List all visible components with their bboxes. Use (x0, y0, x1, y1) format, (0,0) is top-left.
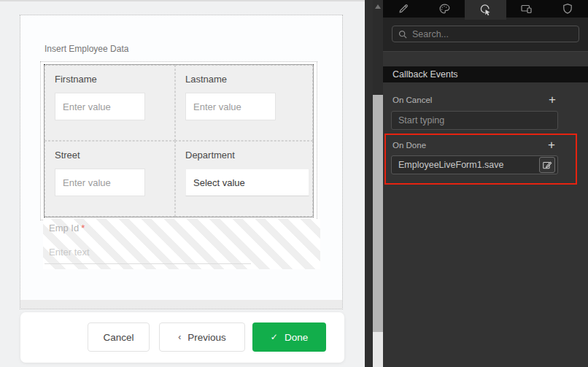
empid-input[interactable] (45, 241, 251, 264)
department-select[interactable]: Select value (185, 169, 309, 196)
on-cancel-label: On Cancel (392, 96, 432, 104)
vertical-scrollbar[interactable] (373, 0, 383, 367)
app-window: Insert Employee Data Firstname Enter val… (0, 0, 588, 367)
on-cancel-input[interactable] (391, 111, 558, 130)
on-cancel-group: On Cancel + (383, 95, 588, 130)
panel-tabbar (383, 0, 588, 18)
card-footer-strip (20, 300, 342, 309)
scrollbar-up-arrow-icon[interactable] (375, 4, 381, 9)
section-header-callback-events: Callback Events (383, 66, 588, 82)
fields-group-selection[interactable]: Firstname Enter value Lastname Enter val… (44, 64, 314, 217)
field-cell-department[interactable]: Department Select value (175, 141, 313, 217)
search-input[interactable] (392, 26, 579, 42)
pen-icon (398, 3, 409, 15)
search-icon (398, 30, 407, 39)
cancel-button[interactable]: Cancel (88, 322, 150, 352)
required-asterisk: * (81, 223, 85, 233)
plus-icon[interactable]: + (546, 94, 558, 106)
edit-action-button[interactable] (539, 157, 555, 173)
shield-icon (562, 3, 573, 15)
done-button[interactable]: ✓ Done (252, 322, 326, 352)
previous-button-label: Previous (187, 332, 226, 343)
panel-search-area (383, 18, 588, 51)
form-footer-panel: Cancel ‹ Previous ✓ Done (20, 312, 344, 363)
fields-outer-selection[interactable]: Firstname Enter value Lastname Enter val… (40, 61, 317, 220)
cancel-button-label: Cancel (103, 332, 134, 343)
scrollbar-track[interactable] (373, 332, 383, 367)
canvas-top-divider (0, 0, 365, 1)
field-cell-lastname[interactable]: Lastname Enter value (175, 65, 313, 141)
form-title: Insert Employee Data (45, 44, 128, 54)
tab-style[interactable] (424, 0, 465, 18)
on-done-label: On Done (392, 141, 426, 150)
edit-icon (542, 160, 552, 170)
plus-icon[interactable]: + (546, 139, 557, 151)
on-cancel-field[interactable] (398, 115, 555, 125)
tab-responsive[interactable] (506, 0, 547, 18)
field-cell-firstname[interactable]: Firstname Enter value (45, 65, 175, 141)
tab-edit[interactable] (383, 0, 424, 18)
field-label: Lastname (185, 74, 312, 85)
on-done-highlight-box: On Done + (384, 134, 577, 185)
field-label: Firstname (55, 74, 174, 85)
street-input[interactable]: Enter value (55, 169, 145, 196)
properties-panel: Callback Events On Cancel + On Done + (383, 0, 588, 367)
field-label: Street (55, 150, 174, 161)
search-field[interactable] (412, 29, 573, 39)
chevron-left-icon: ‹ (178, 332, 181, 342)
pointer-events-icon (479, 4, 492, 16)
form-widget-container[interactable]: Insert Employee Data Firstname Enter val… (20, 15, 343, 309)
tab-security[interactable] (547, 0, 588, 18)
tab-events[interactable] (465, 0, 506, 20)
firstname-input[interactable]: Enter value (55, 93, 145, 120)
previous-button[interactable]: ‹ Previous (159, 322, 245, 352)
empid-field-hatched[interactable]: Emp Id* (43, 219, 320, 269)
panel-divider-strip (365, 0, 373, 367)
scrollbar-thumb[interactable] (373, 95, 383, 332)
panel-spacer (383, 52, 588, 66)
check-icon: ✓ (271, 332, 278, 342)
done-button-label: Done (285, 332, 308, 343)
empid-label: Emp Id* (43, 219, 320, 233)
on-done-field[interactable] (398, 160, 539, 170)
field-cell-street[interactable]: Street Enter value (45, 141, 175, 217)
devices-icon (520, 3, 533, 15)
lastname-input[interactable]: Enter value (185, 93, 276, 120)
design-canvas[interactable]: Insert Employee Data Firstname Enter val… (0, 0, 365, 367)
field-label: Department (185, 150, 312, 161)
on-done-input[interactable] (391, 155, 558, 174)
palette-icon (438, 3, 450, 15)
